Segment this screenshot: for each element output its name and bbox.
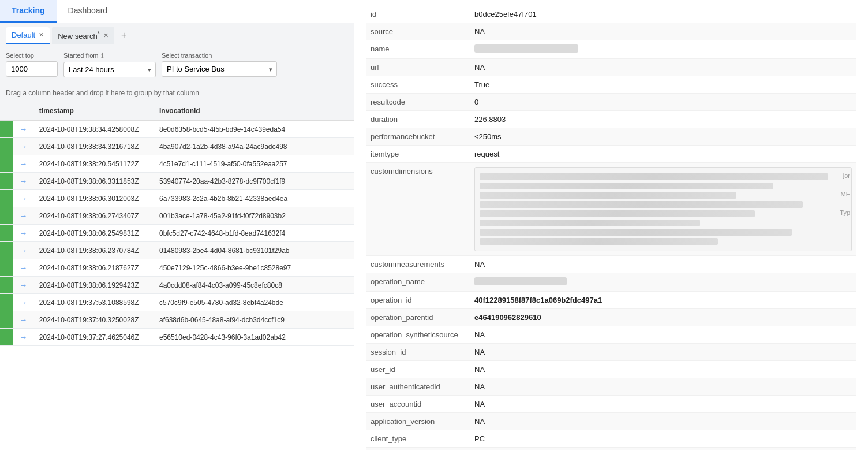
table-row[interactable]: →2024-10-08T19:38:06.3012003Z6a733983-2c…: [0, 190, 354, 207]
col-arrow-header: [13, 102, 33, 120]
select-transaction-select[interactable]: PI to Service Bus All: [162, 61, 277, 77]
table-row[interactable]: →2024-10-08T19:38:06.2549831Z0bfc5d27-c7…: [0, 225, 354, 242]
select-transaction-label: Select transaction: [162, 52, 277, 59]
col-invocation-header[interactable]: InvocationId_: [154, 102, 354, 120]
table-row[interactable]: →2024-10-08T19:38:34.3216718Z4ba907d2-1a…: [0, 138, 354, 155]
row-indicator: [0, 207, 13, 225]
cell-invocation: 01480983-2be4-4d04-8681-bc93101f29ab: [154, 242, 354, 259]
row-expand-arrow[interactable]: →: [13, 225, 33, 242]
detail-row: customdimensionsjorMETyp: [366, 163, 856, 256]
detail-key: success: [366, 76, 470, 94]
detail-key: id: [366, 6, 470, 23]
row-indicator: [0, 173, 13, 190]
table-row[interactable]: →2024-10-08T19:38:20.5451172Z4c51e7d1-c1…: [0, 155, 354, 173]
detail-key: custommeasurements: [366, 256, 470, 273]
customdimensions-container: jorMETyp: [474, 167, 852, 251]
detail-key: url: [366, 59, 470, 76]
row-indicator: [0, 277, 13, 294]
detail-key: duration: [366, 111, 470, 128]
cell-timestamp: 2024-10-08T19:38:34.3216718Z: [33, 138, 154, 155]
detail-row: user_authenticatedidNA: [366, 378, 856, 396]
table-row[interactable]: →2024-10-08T19:38:06.2370784Z01480983-2b…: [0, 242, 354, 259]
row-expand-arrow[interactable]: →: [13, 329, 33, 346]
started-from-label: Started from ℹ: [63, 51, 156, 59]
row-expand-arrow[interactable]: →: [13, 259, 33, 277]
detail-key: user_accountid: [366, 396, 470, 413]
table-row[interactable]: →2024-10-08T19:37:53.1088598Zc570c9f9-e5…: [0, 294, 354, 311]
detail-row: idb0dce25efe47f701: [366, 6, 856, 23]
row-expand-arrow[interactable]: →: [13, 242, 33, 259]
detail-row: application_versionNA: [366, 413, 856, 430]
detail-value: NA: [470, 59, 856, 76]
detail-row: successTrue: [366, 76, 856, 94]
row-expand-arrow[interactable]: →: [13, 311, 33, 329]
detail-value: NA: [470, 378, 856, 396]
row-expand-arrow[interactable]: →: [13, 120, 33, 138]
cell-invocation: e56510ed-0428-4c43-96f0-3a1ad02ab42: [154, 329, 354, 346]
detail-row: name: [366, 40, 856, 59]
detail-row: urlNA: [366, 59, 856, 76]
row-expand-arrow[interactable]: →: [13, 294, 33, 311]
row-indicator: [0, 138, 13, 155]
cell-invocation: 53940774-20aa-42b3-8278-dc9f700cf1f9: [154, 173, 354, 190]
cell-timestamp: 2024-10-08T19:38:06.3012003Z: [33, 190, 154, 207]
col-indicator-header: [0, 102, 13, 120]
row-expand-arrow[interactable]: →: [13, 138, 33, 155]
tab-new-search[interactable]: New search* ✕: [52, 27, 114, 44]
detail-value: NA: [470, 361, 856, 378]
row-indicator: [0, 120, 13, 138]
select-top-group: Select top: [6, 52, 58, 77]
detail-row: itemtyperequest: [366, 146, 856, 163]
detail-key: user_authenticatedid: [366, 378, 470, 396]
cell-invocation: 4c51e7d1-c111-4519-af50-0fa552eaa257: [154, 155, 354, 173]
table-row[interactable]: →2024-10-08T19:38:06.1929423Z4a0cdd08-af…: [0, 277, 354, 294]
select-transaction-group: Select transaction PI to Service Bus All: [162, 52, 277, 77]
detail-value: 0: [470, 94, 856, 111]
table-row[interactable]: →2024-10-08T19:38:34.4258008Z8e0d6358-bc…: [0, 120, 354, 138]
table-row[interactable]: →2024-10-08T19:38:06.2187627Z450e7129-12…: [0, 259, 354, 277]
nav-tracking[interactable]: Tracking: [0, 0, 57, 23]
select-top-input[interactable]: [6, 61, 58, 77]
cell-timestamp: 2024-10-08T19:37:27.4625046Z: [33, 329, 154, 346]
detail-value: 226.8803: [470, 111, 856, 128]
cell-timestamp: 2024-10-08T19:38:06.3311853Z: [33, 173, 154, 190]
detail-value: jorMETyp: [470, 163, 856, 256]
row-indicator: [0, 311, 13, 329]
detail-key: operation_name: [366, 273, 470, 292]
started-from-select[interactable]: Last 24 hours Last 12 hours Last 6 hours…: [63, 62, 156, 77]
tabs-bar: Default ✕ New search* ✕ +: [0, 23, 354, 44]
row-expand-arrow[interactable]: →: [13, 207, 33, 225]
detail-key: performancebucket: [366, 128, 470, 146]
table-row[interactable]: →2024-10-08T19:38:06.3311853Z53940774-20…: [0, 173, 354, 190]
row-expand-arrow[interactable]: →: [13, 190, 33, 207]
table-row[interactable]: →2024-10-08T19:37:40.3250028Zaf638d6b-06…: [0, 311, 354, 329]
cell-invocation: 001b3ace-1a78-45a2-91fd-f0f72d8903b2: [154, 207, 354, 225]
detail-value: NA: [470, 326, 856, 344]
detail-row: session_idNA: [366, 344, 856, 361]
row-expand-arrow[interactable]: →: [13, 277, 33, 294]
tab-add-button[interactable]: +: [117, 27, 131, 44]
tab-default-label: Default: [12, 31, 35, 39]
detail-key: customdimensions: [366, 163, 470, 256]
table-row[interactable]: →2024-10-08T19:38:06.2743407Z001b3ace-1a…: [0, 207, 354, 225]
cell-invocation: 6a733983-2c2a-4b2b-8b21-42338aed4ea: [154, 190, 354, 207]
detail-key: user_id: [366, 361, 470, 378]
search-controls: Select top Started from ℹ Last 24 hours …: [0, 44, 354, 84]
detail-key: application_version: [366, 413, 470, 430]
detail-value: PC: [470, 430, 856, 448]
detail-row: sourceNA: [366, 23, 856, 40]
drag-hint: Drag a column header and drop it here to…: [0, 84, 354, 102]
tab-default[interactable]: Default ✕: [6, 27, 50, 44]
cell-timestamp: 2024-10-08T19:38:34.4258008Z: [33, 120, 154, 138]
col-timestamp-header[interactable]: timestamp: [33, 102, 154, 120]
tab-default-close[interactable]: ✕: [39, 31, 44, 39]
row-expand-arrow[interactable]: →: [13, 173, 33, 190]
cell-timestamp: 2024-10-08T19:38:06.2187627Z: [33, 259, 154, 277]
detail-key: operation_parentid: [366, 309, 470, 326]
row-expand-arrow[interactable]: →: [13, 155, 33, 173]
detail-key: name: [366, 40, 470, 59]
nav-dashboard[interactable]: Dashboard: [57, 0, 119, 23]
detail-row: operation_syntheticsourceNA: [366, 326, 856, 344]
table-row[interactable]: →2024-10-08T19:37:27.4625046Ze56510ed-04…: [0, 329, 354, 346]
tab-new-search-close[interactable]: ✕: [103, 32, 108, 39]
